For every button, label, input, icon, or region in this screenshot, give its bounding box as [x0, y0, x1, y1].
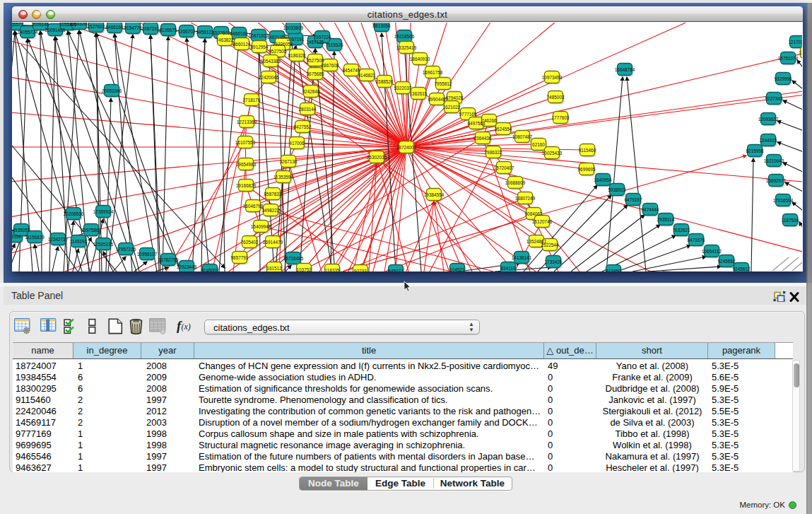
svg-text:9527505: 9527505: [269, 49, 287, 54]
svg-text:1733426: 1733426: [545, 259, 563, 264]
svg-text:2803144: 2803144: [299, 107, 317, 112]
svg-text:10671913: 10671913: [249, 33, 269, 38]
svg-text:9145002: 9145002: [201, 268, 219, 272]
svg-text:8215958: 8215958: [746, 148, 764, 153]
svg-text:3675685: 3675685: [307, 71, 324, 76]
svg-text:12213369: 12213369: [237, 119, 257, 124]
svg-text:15409948: 15409948: [251, 224, 271, 229]
svg-text:7986322: 7986322: [485, 150, 502, 155]
svg-text:1640954: 1640954: [594, 177, 612, 182]
svg-text:2718176: 2718176: [243, 98, 261, 103]
svg-text:39154: 39154: [12, 234, 21, 239]
svg-text:22420046: 22420046: [259, 75, 279, 80]
svg-text:(x): (x): [182, 322, 191, 332]
svg-text:912450: 912450: [606, 269, 621, 272]
svg-text:8990448: 8990448: [428, 97, 446, 102]
svg-text:14136141: 14136141: [512, 255, 532, 260]
svg-text:11353594: 11353594: [273, 175, 293, 180]
svg-text:4935051: 4935051: [13, 228, 30, 233]
svg-text:8587833: 8587833: [264, 192, 282, 197]
svg-text:12093822: 12093822: [758, 117, 779, 122]
svg-text:746266: 746266: [481, 118, 497, 123]
svg-text:1527602: 1527602: [213, 30, 230, 35]
svg-text:16033809: 16033809: [283, 25, 304, 30]
svg-text:7515526: 7515526: [326, 42, 343, 47]
svg-text:23226058: 23226058: [273, 42, 293, 47]
svg-text:7485003: 7485003: [547, 95, 565, 100]
svg-text:8427552: 8427552: [294, 124, 312, 129]
svg-text:9777169: 9777169: [459, 112, 477, 117]
svg-text:20091406: 20091406: [45, 28, 66, 33]
svg-text:2009140: 2009140: [32, 23, 49, 27]
svg-text:92733: 92733: [354, 269, 367, 272]
svg-text:9699695: 9699695: [578, 167, 596, 172]
svg-text:2522544: 2522544: [541, 243, 559, 247]
svg-text:1244415: 1244415: [760, 138, 777, 143]
svg-text:16107553: 16107553: [235, 140, 256, 145]
svg-text:1217034: 1217034: [789, 40, 802, 45]
svg-text:10025433: 10025433: [542, 151, 563, 156]
svg-text:19654983: 19654983: [236, 162, 257, 167]
svg-text:16648784: 16648784: [615, 67, 635, 72]
svg-text:12923448: 12923448: [177, 264, 197, 269]
svg-text:19166829: 19166829: [236, 183, 257, 188]
svg-text:9242848: 9242848: [302, 89, 320, 94]
svg-text:9527508: 9527508: [307, 58, 324, 63]
svg-text:10807487: 10807487: [512, 134, 533, 139]
svg-text:1356702: 1356702: [178, 29, 196, 34]
svg-text:9456121: 9456121: [196, 30, 214, 35]
svg-text:3267130: 3267130: [280, 159, 298, 164]
svg-text:161512: 161512: [266, 266, 282, 271]
svg-text:8126675: 8126675: [160, 28, 177, 33]
svg-text:16914479: 16914479: [263, 240, 283, 245]
svg-text:19218506: 19218506: [394, 34, 415, 39]
svg-text:103752: 103752: [296, 267, 312, 272]
svg-text:2364436: 2364436: [474, 136, 492, 141]
svg-text:9474444: 9474444: [642, 207, 659, 212]
svg-text:2867608: 2867608: [322, 63, 339, 68]
svg-text:16210643: 16210643: [764, 158, 784, 163]
svg-text:18724007: 18724007: [396, 145, 417, 150]
svg-text:8912954: 8912954: [251, 45, 269, 49]
svg-text:8813054: 8813054: [373, 23, 391, 28]
svg-text:11156829: 11156829: [25, 235, 45, 240]
svg-text:7625402: 7625402: [241, 240, 259, 245]
svg-text:8471676: 8471676: [688, 238, 705, 243]
svg-text:1362615: 1362615: [410, 91, 428, 96]
svg-text:1467135: 1467135: [307, 40, 324, 45]
svg-text:62160: 62160: [532, 142, 545, 147]
svg-text:15720407: 15720407: [494, 165, 514, 170]
svg-text:945077: 945077: [388, 269, 404, 272]
svg-text:8660124: 8660124: [233, 42, 251, 47]
svg-text:9084067: 9084067: [525, 211, 543, 216]
svg-text:3624554: 3624554: [495, 127, 512, 132]
svg-text:417006: 417006: [289, 141, 305, 146]
svg-text:10654112: 10654112: [702, 249, 722, 254]
svg-text:20053346: 20053346: [102, 88, 122, 93]
svg-text:10543382: 10543382: [261, 59, 281, 64]
svg-text:16046798: 16046798: [243, 204, 264, 209]
svg-text:14671358: 14671358: [267, 35, 288, 40]
svg-text:7955812: 7955812: [435, 81, 452, 86]
svg-text:7357224: 7357224: [314, 35, 331, 40]
svg-text:1145191: 1145191: [70, 239, 88, 244]
svg-text:20206536: 20206536: [64, 211, 84, 216]
svg-text:3498222: 3498222: [262, 208, 280, 213]
svg-text:9245612: 9245612: [733, 267, 751, 271]
svg-text:1588520: 1588520: [376, 79, 394, 84]
svg-text:8454749: 8454749: [343, 68, 360, 73]
svg-text:6466160: 6466160: [106, 25, 124, 30]
svg-text:7632621: 7632621: [673, 228, 690, 233]
svg-text:5938923: 5938923: [608, 187, 626, 192]
svg-text:1067191: 1067191: [287, 37, 305, 42]
svg-text:9115460: 9115460: [579, 148, 596, 153]
svg-text:10973493: 10973493: [542, 75, 563, 80]
svg-text:1777603: 1777603: [552, 115, 570, 120]
svg-text:17016504: 17016504: [773, 198, 794, 203]
svg-text:20975867: 20975867: [81, 228, 102, 233]
svg-text:104521: 104521: [449, 267, 465, 272]
svg-text:1527602: 1527602: [88, 24, 105, 29]
svg-text:1621022: 1621022: [443, 105, 461, 110]
svg-text:15692971: 15692971: [766, 178, 787, 183]
svg-text:17957225: 17957225: [116, 247, 136, 252]
